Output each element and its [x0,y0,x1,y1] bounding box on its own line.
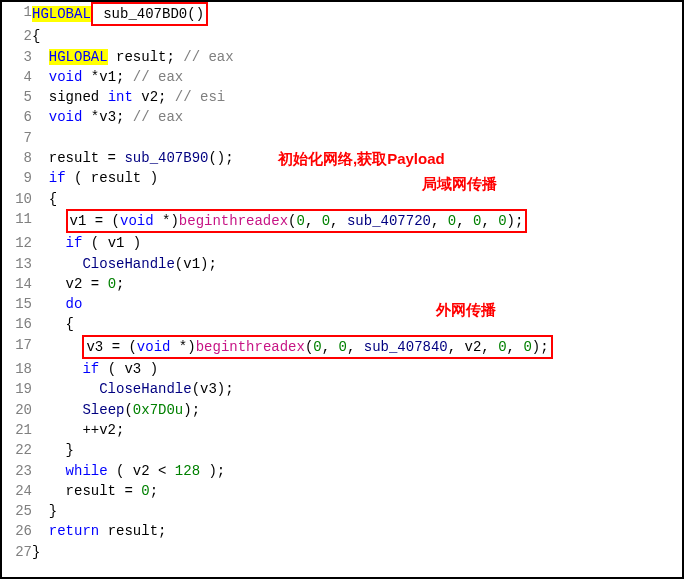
type-highlight: HGLOBAL [49,49,108,65]
wan-thread-box: v3 = (void *)beginthreadex(0, 0, sub_407… [82,335,552,359]
line-number: 1 [2,2,32,26]
lan-thread-box: v1 = (void *)beginthreadex(0, 0, sub_407… [66,209,528,233]
return-type-highlight: HGLOBAL [32,6,91,22]
code-table: 1HGLOBAL sub_407BD0() 2{ 3 HGLOBAL resul… [2,2,682,562]
func-signature-box: sub_407BD0() [91,2,208,26]
code-viewer: 初始化网络,获取Payload 局域网传播 外网传播 1HGLOBAL sub_… [0,0,684,579]
code-line: HGLOBAL sub_407BD0() [32,2,682,26]
